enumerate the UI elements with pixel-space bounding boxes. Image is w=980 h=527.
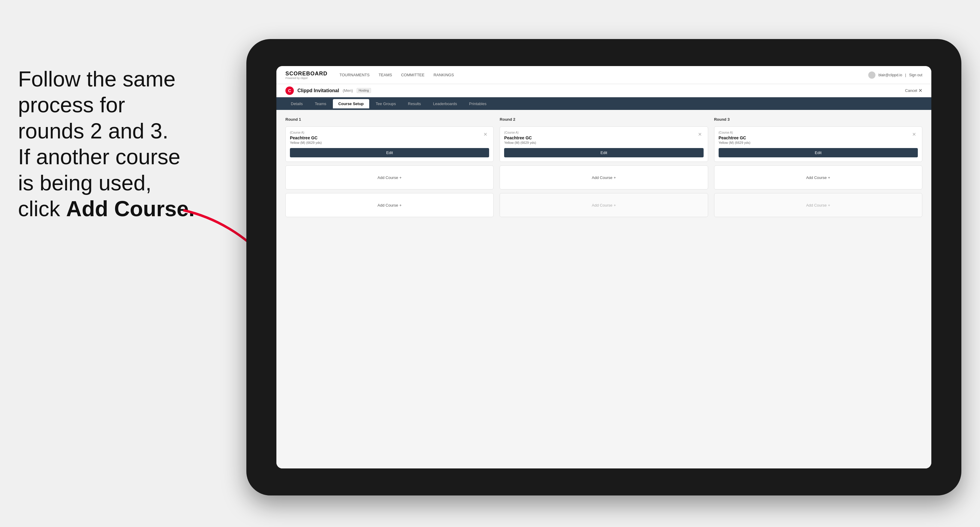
avatar bbox=[868, 71, 875, 79]
nav-links: TOURNAMENTS TEAMS COMMITTEE RANKINGS bbox=[339, 71, 868, 78]
course-card-header-r2: (Course A) Peachtree GC Yellow (M) (6629… bbox=[504, 131, 703, 148]
tablet-device: SCOREBOARD Powered by clippd TOURNAMENTS… bbox=[247, 39, 961, 495]
delete-course-r2[interactable]: ✕ bbox=[696, 131, 703, 138]
round-1-course-card: (Course A) Peachtree GC Yellow (M) (6629… bbox=[285, 126, 493, 162]
course-info-r2: Yellow (M) (6629 yds) bbox=[504, 141, 536, 144]
tab-details[interactable]: Details bbox=[285, 99, 308, 108]
round-2-title: Round 2 bbox=[500, 117, 708, 122]
tournament-logo: C bbox=[285, 86, 294, 95]
course-card-header-r3: (Course A) Peachtree GC Yellow (M) (6629… bbox=[719, 131, 918, 148]
tournament-gender: (Men) bbox=[343, 88, 353, 93]
delete-course-r1[interactable]: ✕ bbox=[482, 131, 489, 138]
nav-right: blair@clippd.io | Sign out bbox=[868, 71, 922, 79]
course-label-r1: (Course A) bbox=[290, 131, 322, 134]
tab-leaderboards[interactable]: Leaderboards bbox=[428, 99, 462, 108]
course-name-r1: Peachtree GC bbox=[290, 135, 322, 140]
cancel-button[interactable]: Cancel ✕ bbox=[905, 88, 922, 94]
instruction-text: Follow the same process for rounds 2 and… bbox=[0, 54, 216, 233]
nav-rankings[interactable]: RANKINGS bbox=[434, 71, 454, 78]
tab-teams[interactable]: Teams bbox=[309, 99, 332, 108]
tablet-screen: SCOREBOARD Powered by clippd TOURNAMENTS… bbox=[277, 66, 931, 468]
tournament-name: Clippd Invitational bbox=[298, 88, 339, 94]
brand-subtitle: Powered by clippd bbox=[285, 77, 308, 79]
sub-header: C Clippd Invitational (Men) Hosting Canc… bbox=[277, 84, 931, 97]
edit-course-r1[interactable]: Edit bbox=[290, 148, 489, 157]
rounds-grid: Round 1 (Course A) Peachtree GC Yellow (… bbox=[285, 117, 922, 217]
add-course-r3-slot2: Add Course + bbox=[714, 193, 922, 217]
course-label-r3: (Course A) bbox=[719, 131, 751, 134]
add-course-r1-slot1[interactable]: Add Course + bbox=[285, 165, 493, 189]
sub-header-left: C Clippd Invitational (Men) Hosting bbox=[285, 86, 371, 95]
course-name-r3: Peachtree GC bbox=[719, 135, 751, 140]
tab-printables[interactable]: Printables bbox=[464, 99, 492, 108]
tab-bar: Details Teams Course Setup Tee Groups Re… bbox=[277, 97, 931, 110]
tab-results[interactable]: Results bbox=[402, 99, 426, 108]
delete-course-r3[interactable]: ✕ bbox=[910, 131, 918, 138]
round-1-title: Round 1 bbox=[285, 117, 493, 122]
tab-tee-groups[interactable]: Tee Groups bbox=[371, 99, 401, 108]
add-course-r2-slot2: Add Course + bbox=[500, 193, 708, 217]
tab-course-setup[interactable]: Course Setup bbox=[333, 99, 369, 108]
add-course-r2-slot1[interactable]: Add Course + bbox=[500, 165, 708, 189]
add-course-r1-slot2[interactable]: Add Course + bbox=[285, 193, 493, 217]
nav-tournaments[interactable]: TOURNAMENTS bbox=[339, 71, 369, 78]
user-email: blair@clippd.io bbox=[878, 73, 902, 77]
hosting-badge: Hosting bbox=[356, 88, 371, 93]
round-3-column: Round 3 (Course A) Peachtree GC Yellow (… bbox=[714, 117, 922, 217]
top-nav: SCOREBOARD Powered by clippd TOURNAMENTS… bbox=[277, 66, 931, 84]
brand-area: SCOREBOARD Powered by clippd bbox=[285, 71, 328, 79]
brand-title: SCOREBOARD bbox=[285, 71, 328, 77]
course-info-r3: Yellow (M) (6629 yds) bbox=[719, 141, 751, 144]
nav-committee[interactable]: COMMITTEE bbox=[401, 71, 425, 78]
add-course-r3-slot1[interactable]: Add Course + bbox=[714, 165, 922, 189]
round-3-course-card: (Course A) Peachtree GC Yellow (M) (6629… bbox=[714, 126, 922, 162]
round-2-column: Round 2 (Course A) Peachtree GC Yellow (… bbox=[500, 117, 708, 217]
round-2-course-card: (Course A) Peachtree GC Yellow (M) (6629… bbox=[500, 126, 708, 162]
course-card-header: (Course A) Peachtree GC Yellow (M) (6629… bbox=[290, 131, 489, 148]
round-3-title: Round 3 bbox=[714, 117, 922, 122]
sign-out-link[interactable]: Sign out bbox=[909, 73, 922, 77]
nav-teams[interactable]: TEAMS bbox=[379, 71, 392, 78]
course-info-r1: Yellow (M) (6629 yds) bbox=[290, 141, 322, 144]
round-1-column: Round 1 (Course A) Peachtree GC Yellow (… bbox=[285, 117, 493, 217]
nav-separator: | bbox=[905, 73, 906, 77]
main-content: Round 1 (Course A) Peachtree GC Yellow (… bbox=[277, 110, 931, 468]
course-name-r2: Peachtree GC bbox=[504, 135, 536, 140]
course-label-r2: (Course A) bbox=[504, 131, 536, 134]
edit-course-r3[interactable]: Edit bbox=[719, 148, 918, 157]
edit-course-r2[interactable]: Edit bbox=[504, 148, 703, 157]
